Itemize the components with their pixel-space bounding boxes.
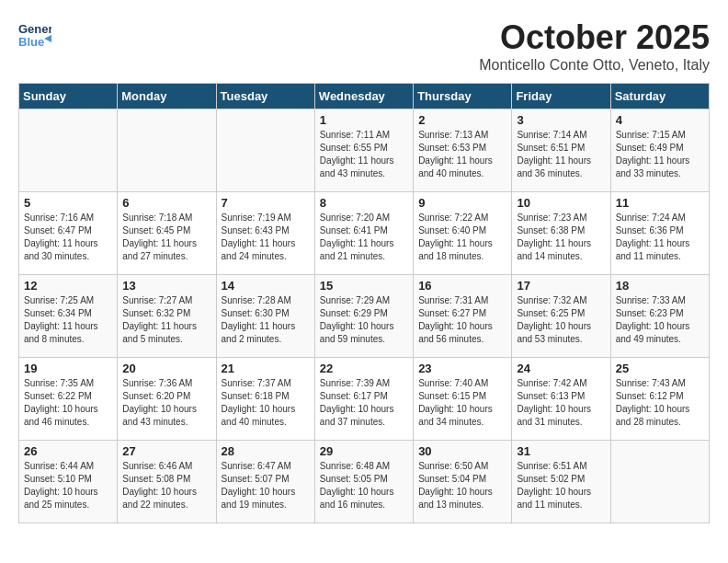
day-info: Sunrise: 6:44 AM Sunset: 5:10 PM Dayligh… [24,460,112,511]
day-number: 22 [320,362,408,375]
day-info: Sunrise: 6:46 AM Sunset: 5:08 PM Dayligh… [122,460,210,511]
day-header-sunday: Sunday [19,84,118,109]
calendar-cell: 6Sunrise: 7:18 AM Sunset: 6:45 PM Daylig… [118,192,216,275]
title-section: October 2025 Monticello Conte Otto, Vene… [479,18,710,74]
calendar-cell: 5Sunrise: 7:16 AM Sunset: 6:47 PM Daylig… [19,192,118,275]
calendar-cell: 3Sunrise: 7:14 AM Sunset: 6:51 PM Daylig… [512,109,610,192]
day-number: 29 [320,444,408,458]
calendar-cell: 9Sunrise: 7:22 AM Sunset: 6:40 PM Daylig… [414,192,512,275]
day-info: Sunrise: 6:51 AM Sunset: 5:02 PM Dayligh… [517,460,605,511]
calendar-cell: 25Sunrise: 7:43 AM Sunset: 6:12 PM Dayli… [610,358,709,441]
day-header-saturday: Saturday [610,84,709,109]
calendar-cell [610,441,709,523]
day-info: Sunrise: 7:29 AM Sunset: 6:29 PM Dayligh… [320,294,408,346]
day-info: Sunrise: 7:23 AM Sunset: 6:38 PM Dayligh… [517,212,605,263]
day-info: Sunrise: 6:48 AM Sunset: 5:05 PM Dayligh… [320,460,408,511]
day-number: 26 [24,444,112,458]
day-info: Sunrise: 6:50 AM Sunset: 5:04 PM Dayligh… [418,460,506,511]
day-info: Sunrise: 7:32 AM Sunset: 6:25 PM Dayligh… [517,294,605,346]
day-info: Sunrise: 7:43 AM Sunset: 6:12 PM Dayligh… [616,377,704,429]
day-header-tuesday: Tuesday [216,84,314,109]
day-info: Sunrise: 7:20 AM Sunset: 6:41 PM Dayligh… [320,212,408,263]
day-info: Sunrise: 7:33 AM Sunset: 6:23 PM Dayligh… [616,294,704,346]
calendar-week-1: 1Sunrise: 7:11 AM Sunset: 6:55 PM Daylig… [19,109,710,192]
calendar-cell: 8Sunrise: 7:20 AM Sunset: 6:41 PM Daylig… [314,192,413,275]
calendar-cell [118,109,216,192]
day-number: 28 [222,444,310,458]
day-number: 24 [517,362,605,375]
day-number: 18 [616,279,704,293]
day-number: 15 [320,279,408,293]
calendar-cell: 2Sunrise: 7:13 AM Sunset: 6:53 PM Daylig… [414,109,512,192]
day-number: 17 [517,279,605,293]
calendar-cell [19,109,118,192]
day-info: Sunrise: 7:13 AM Sunset: 6:53 PM Dayligh… [418,129,506,180]
day-number: 12 [24,279,112,293]
calendar-cell [216,109,314,192]
calendar-cell: 17Sunrise: 7:32 AM Sunset: 6:25 PM Dayli… [512,275,610,358]
day-info: Sunrise: 7:25 AM Sunset: 6:34 PM Dayligh… [24,294,112,346]
calendar-cell: 1Sunrise: 7:11 AM Sunset: 6:55 PM Daylig… [314,109,413,192]
day-number: 31 [517,444,605,458]
calendar-cell: 15Sunrise: 7:29 AM Sunset: 6:29 PM Dayli… [314,275,413,358]
day-number: 4 [616,113,704,127]
day-info: Sunrise: 7:28 AM Sunset: 6:30 PM Dayligh… [222,294,310,346]
day-info: Sunrise: 7:27 AM Sunset: 6:32 PM Dayligh… [122,294,210,346]
day-info: Sunrise: 7:22 AM Sunset: 6:40 PM Dayligh… [418,212,506,263]
calendar-cell: 20Sunrise: 7:36 AM Sunset: 6:20 PM Dayli… [118,358,216,441]
calendar-cell: 19Sunrise: 7:35 AM Sunset: 6:22 PM Dayli… [19,358,118,441]
calendar-week-5: 26Sunrise: 6:44 AM Sunset: 5:10 PM Dayli… [19,441,710,523]
calendar-cell: 29Sunrise: 6:48 AM Sunset: 5:05 PM Dayli… [314,441,413,523]
day-info: Sunrise: 7:39 AM Sunset: 6:17 PM Dayligh… [320,377,408,429]
day-number: 1 [320,113,408,127]
day-number: 7 [222,196,310,210]
day-number: 25 [616,362,704,375]
day-number: 2 [418,113,506,127]
day-number: 19 [24,362,112,375]
day-number: 20 [122,362,210,375]
day-info: Sunrise: 7:31 AM Sunset: 6:27 PM Dayligh… [418,294,506,346]
day-number: 6 [122,196,210,210]
day-header-friday: Friday [512,84,610,109]
day-number: 30 [418,444,506,458]
day-number: 10 [517,196,605,210]
day-number: 16 [418,279,506,293]
svg-text:General: General [18,22,51,36]
calendar-body: 1Sunrise: 7:11 AM Sunset: 6:55 PM Daylig… [19,109,710,523]
day-info: Sunrise: 7:36 AM Sunset: 6:20 PM Dayligh… [122,377,210,429]
calendar-cell: 4Sunrise: 7:15 AM Sunset: 6:49 PM Daylig… [610,109,709,192]
calendar-cell: 30Sunrise: 6:50 AM Sunset: 5:04 PM Dayli… [414,441,512,523]
day-info: Sunrise: 7:15 AM Sunset: 6:49 PM Dayligh… [616,129,704,180]
day-header-wednesday: Wednesday [314,84,413,109]
calendar-week-2: 5Sunrise: 7:16 AM Sunset: 6:47 PM Daylig… [19,192,710,275]
calendar-cell: 7Sunrise: 7:19 AM Sunset: 6:43 PM Daylig… [216,192,314,275]
day-number: 27 [122,444,210,458]
day-info: Sunrise: 7:19 AM Sunset: 6:43 PM Dayligh… [222,212,310,263]
day-number: 8 [320,196,408,210]
day-number: 5 [24,196,112,210]
calendar-cell: 31Sunrise: 6:51 AM Sunset: 5:02 PM Dayli… [512,441,610,523]
day-info: Sunrise: 7:42 AM Sunset: 6:13 PM Dayligh… [517,377,605,429]
month-year-title: October 2025 [479,18,710,57]
day-info: Sunrise: 7:24 AM Sunset: 6:36 PM Dayligh… [616,212,704,263]
day-info: Sunrise: 7:35 AM Sunset: 6:22 PM Dayligh… [24,377,112,429]
calendar-cell: 28Sunrise: 6:47 AM Sunset: 5:07 PM Dayli… [216,441,314,523]
svg-text:Blue: Blue [18,35,44,49]
calendar-cell: 21Sunrise: 7:37 AM Sunset: 6:18 PM Dayli… [216,358,314,441]
day-number: 23 [418,362,506,375]
calendar-cell: 26Sunrise: 6:44 AM Sunset: 5:10 PM Dayli… [19,441,118,523]
calendar-cell: 14Sunrise: 7:28 AM Sunset: 6:30 PM Dayli… [216,275,314,358]
day-number: 9 [418,196,506,210]
calendar-cell: 23Sunrise: 7:40 AM Sunset: 6:15 PM Dayli… [414,358,512,441]
calendar-week-4: 19Sunrise: 7:35 AM Sunset: 6:22 PM Dayli… [19,358,710,441]
calendar-cell: 16Sunrise: 7:31 AM Sunset: 6:27 PM Dayli… [414,275,512,358]
day-number: 3 [517,113,605,127]
calendar-cell: 11Sunrise: 7:24 AM Sunset: 6:36 PM Dayli… [610,192,709,275]
day-info: Sunrise: 6:47 AM Sunset: 5:07 PM Dayligh… [222,460,310,511]
day-number: 11 [616,196,704,210]
logo: General Blue [18,18,51,52]
day-info: Sunrise: 7:18 AM Sunset: 6:45 PM Dayligh… [122,212,210,263]
day-number: 14 [222,279,310,293]
calendar-cell: 12Sunrise: 7:25 AM Sunset: 6:34 PM Dayli… [19,275,118,358]
calendar-week-3: 12Sunrise: 7:25 AM Sunset: 6:34 PM Dayli… [19,275,710,358]
